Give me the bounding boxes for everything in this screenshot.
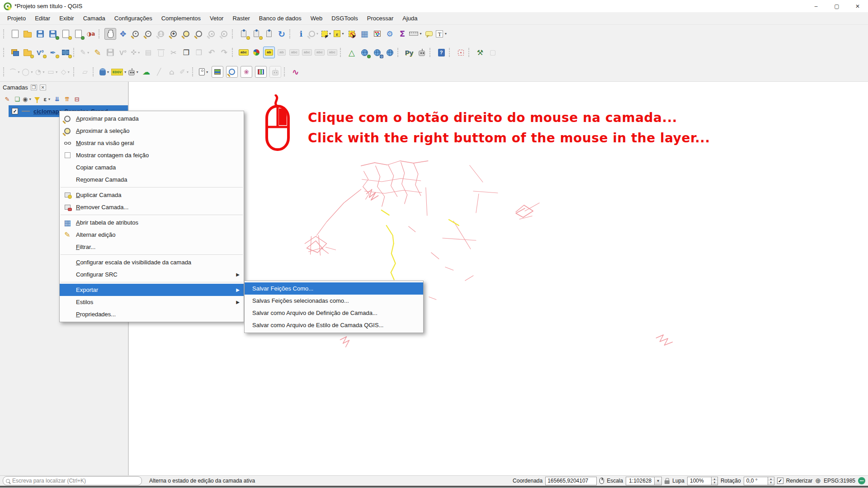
messages-balloon-icon[interactable]: ••• [858,477,865,484]
commit-tool-icon[interactable]: ☁ [141,66,152,78]
rotation-spin-arrows[interactable]: ▲▼ [768,477,774,485]
menu-item-salvar-fei-es-como[interactable]: Salvar Feições Como... [245,282,423,295]
menu-item-renomear-camada[interactable]: Renomear Camada [60,174,244,186]
menu-complementos[interactable]: Complementos [157,13,205,23]
processing-toolbox-icon[interactable]: ⚙ [384,28,396,40]
pan-map-to-selection-icon[interactable]: ✥ [117,28,129,40]
menu-item-mostrar-contagem-da-fei-o[interactable]: Mostrar contagem da feição [60,149,244,161]
zoom-to-layer-icon[interactable] [193,28,205,40]
expand-all-icon[interactable]: ⇊ [52,95,61,104]
collapse-all-icon[interactable]: ⇈ [62,95,71,104]
current-edits-dropdown-icon[interactable]: ▼ [87,51,90,54]
circular-string-tool-dropdown-icon[interactable]: ▼ [17,70,20,74]
float-panel-icon[interactable]: ❐ [31,84,37,90]
dsgtools-toolbox-icon[interactable] [416,47,428,58]
menu-item-configurar-src[interactable]: Configurar SRC▶ [60,268,244,281]
close-panel-icon[interactable]: ✕ [40,84,46,90]
new-spatialite-layer-icon[interactable]: ✒ [47,47,59,58]
new-spatial-bookmark-icon[interactable] [238,28,250,40]
copy-features-icon[interactable]: ❐ [180,47,192,58]
deselect-features-icon[interactable] [346,28,358,40]
refresh-map-icon[interactable]: ↻ [276,28,288,40]
symbology-button-icon[interactable]: ❀ [241,66,252,78]
menu-ajuda[interactable]: Ajuda [398,13,422,23]
select-by-expression-dropdown-icon[interactable]: ▼ [341,32,344,35]
help-contents-icon[interactable]: ? [435,47,447,58]
regular-polygon-tool-dropdown-icon[interactable]: ▼ [67,70,70,74]
menu-item-estilos[interactable]: Estilos▶ [60,296,244,308]
menu-item-aproximar-sele-o[interactable]: Aproximar à seleção [60,125,244,137]
menu-item-alternar-edi-o[interactable]: ✎Alternar edição [60,229,244,241]
measure-tool-icon[interactable]: ▼ [409,28,422,40]
bookmark-manager-icon[interactable] [263,28,275,40]
manage-map-themes-icon[interactable]: ◉▼ [23,95,32,104]
menu-dsgtools[interactable]: DSGTools [327,13,363,23]
layer-explorer-button-icon[interactable] [212,66,223,78]
identify-features-icon[interactable]: ℹ [295,28,307,40]
menu-editar[interactable]: Editar [30,13,55,23]
open-layer-styling-icon[interactable]: ✎ [3,95,12,104]
save-project-as-icon[interactable] [47,28,59,40]
menu-item-duplicar-camada[interactable]: Duplicar Camada [60,189,244,201]
menu-item-abrir-tabela-de-atributos[interactable]: ▦Abrir tabela de atributos [60,216,244,229]
menu-item-remover-camada[interactable]: Remover Camada... [60,201,244,213]
menu-item-propriedades[interactable]: Propriedades... [60,308,244,320]
db-manager-dropdown-icon[interactable]: ▼ [107,70,110,74]
zoom-full-extent-icon[interactable]: ✥ [168,28,179,40]
rectangle-tool-dropdown-icon[interactable]: ▼ [55,70,58,74]
wand-tool-dropdown-icon[interactable]: ▼ [186,70,189,74]
locator-input[interactable] [12,478,139,484]
profile-tool-icon[interactable]: ∿ [290,66,302,78]
ellipse-tool-dropdown-icon[interactable]: ▼ [42,70,45,74]
web-service-search-icon[interactable]: Q [371,47,383,58]
text-annotation-icon[interactable]: T▼ [436,28,448,40]
style-manager-icon[interactable]: ◑a [85,28,97,40]
menu-item-mostrar-na-vis-o-geral[interactable]: Mostrar na visão geral [60,137,244,149]
menu-item-aproximar-para-camada[interactable]: Aproximar para camada [60,113,244,125]
lock-scale-icon[interactable] [665,480,670,484]
render-checkbox[interactable]: ✓ [777,478,783,484]
vertex-tool-dropdown-icon[interactable]: ▼ [137,51,141,54]
menu-item-salvar-como-arquivo-de-estilo-de-camada-qgis[interactable]: Salvar como Arquivo de Estilo de Camada … [245,319,423,331]
filter-by-expression-icon[interactable]: ε▼ [42,95,52,104]
pan-map-icon[interactable] [104,28,116,40]
menu-projeto[interactable]: Projeto [3,13,30,23]
select-features-dropdown-icon[interactable]: ▼ [329,32,332,35]
menu-camada[interactable]: Camada [79,13,110,23]
locator-search[interactable] [3,476,142,485]
save-project-icon[interactable] [34,28,46,40]
crs-globe-icon[interactable]: ⊕ [815,477,821,485]
validation-tools-dropdown-icon[interactable]: ▼ [136,70,139,74]
magnifier-spinbox[interactable]: 100% ▲▼ [687,477,718,485]
rotation-spinbox[interactable]: 0,0 ° ▲▼ [744,477,774,485]
menu-processar[interactable]: Processar [363,13,398,23]
select-by-expression-icon[interactable]: ε▼ [333,28,345,40]
toggle-editing-icon[interactable]: ✎ [92,47,104,58]
chart-button-icon[interactable] [255,66,267,78]
close-button[interactable]: ✕ [847,0,868,12]
open-attribute-table-icon[interactable]: ▦ [359,28,370,40]
layer-diagram-icon[interactable] [250,47,262,58]
zoom-in-icon[interactable]: + [130,28,142,40]
filter-legend-icon[interactable] [33,95,42,104]
remove-layer-group-icon[interactable]: ⊟ [72,95,81,104]
data-source-manager-icon[interactable] [9,47,21,58]
crosshair-tool-icon[interactable] [455,47,467,58]
extents-toggle-icon[interactable] [599,478,604,484]
validation-tools-icon[interactable]: ▼ [128,66,140,78]
web-service-download-icon[interactable] [359,47,370,58]
python-console-icon[interactable]: Py [403,47,415,58]
edgv-tools-icon[interactable]: EDGV▼ [111,66,127,78]
zoom-to-selection-icon[interactable] [180,28,192,40]
new-virtual-layer-icon[interactable] [60,47,71,58]
coordinate-input[interactable]: 165665,9204107 [545,477,597,485]
scale-combobox[interactable]: 1:102628 ▼ [626,477,662,485]
menu-exibir[interactable]: Exibir [55,13,79,23]
zoom-tool-button-icon[interactable] [226,66,238,78]
menu-item-exportar[interactable]: Exportar▶ [60,284,244,296]
pin-labels-icon[interactable]: ab [263,47,275,58]
statistical-summary-icon[interactable]: Σ [396,28,408,40]
circle-tool-dropdown-icon[interactable]: ▼ [30,70,33,74]
open-project-icon[interactable] [22,28,33,40]
layer-labeling-icon[interactable]: abc [238,47,250,58]
